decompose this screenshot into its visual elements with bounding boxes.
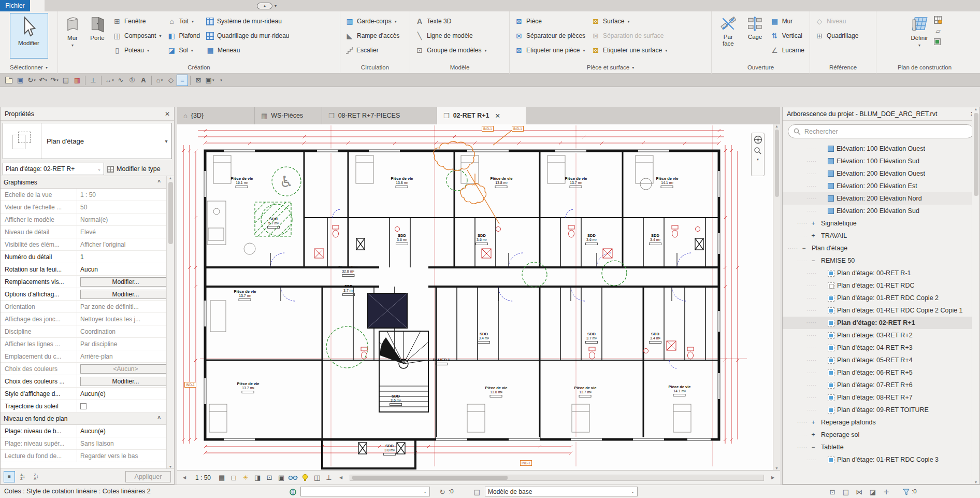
tree-item[interactable]: Plan d'étage: 01-RET RDC [783, 279, 972, 292]
tree-item[interactable]: + Signaletique [783, 217, 972, 230]
roof-button[interactable]: ⌂ Toit ▾ [165, 14, 202, 29]
ribbon-tab[interactable] [30, 0, 45, 11]
ribbon-collapse-control[interactable]: ▴ ▾ [257, 0, 277, 11]
scale-button[interactable]: 1 : 50 [191, 473, 215, 483]
search-input[interactable] [804, 128, 969, 135]
property-row[interactable]: Valeur de l'échelle ...50 [1, 201, 174, 214]
tree-item[interactable]: + Reperage sol [783, 429, 972, 441]
tree-item[interactable]: − REMISE 50 [783, 254, 972, 267]
scroll-up-icon[interactable]: ▲ [775, 124, 779, 128]
reveal-constraints-icon[interactable]: ⊥ [324, 473, 334, 483]
view-tab-ws-pieces[interactable]: ▦ WS-Pièces [255, 107, 322, 124]
property-row[interactable]: Remplacements vis...Modifier... [1, 276, 174, 288]
tree-item[interactable]: Elévation: 200 Elévation Sud [783, 205, 972, 217]
property-row[interactable]: Numéro du détail1 [1, 251, 174, 263]
browser-search[interactable] [788, 124, 974, 138]
switch-windows-icon[interactable]: ▣▾ [204, 75, 215, 86]
vertical-opening-button[interactable]: ⇅ Vertical [769, 29, 806, 43]
property-row[interactable]: DisciplineCoordination [1, 325, 174, 338]
property-row[interactable]: Rotation sur la feui...Aucun [1, 263, 174, 276]
component-button[interactable]: ◫ Composant ▾ [111, 29, 163, 43]
tree-item[interactable]: Plan d'étage: 04-RET R+3 [783, 342, 972, 354]
customize-qat-icon[interactable]: ▾ [215, 75, 227, 86]
ribbon-tab[interactable] [88, 0, 103, 11]
view-tab-02-ret-active[interactable]: ❒ 02-RET R+1 ✕ [437, 107, 526, 124]
tree-item[interactable]: + Reperage plafonds [783, 416, 972, 429]
active-workset-dropdown[interactable]: ⌄ [300, 487, 430, 496]
room-button[interactable]: ⊠ Pièce [513, 14, 587, 29]
property-row[interactable]: Visibilité des élém...Afficher l'origina… [1, 238, 174, 251]
ribbon-tab[interactable] [45, 0, 59, 11]
tree-expander-icon[interactable]: − [801, 245, 806, 252]
model-text-button[interactable]: A Texte 3D [413, 14, 488, 29]
property-row[interactable]: Plage: niveau supér...Sans liaison [1, 437, 174, 450]
tree-item[interactable]: Elévation: 200 Elévation Ouest [783, 167, 972, 180]
navigation-bar[interactable]: ▾ [751, 133, 765, 176]
wall-button[interactable]: Mur ▾ [61, 13, 84, 49]
tree-item[interactable]: Plan d'étage: 07-RET R+6 [783, 379, 972, 391]
steering-wheel-icon[interactable] [754, 135, 762, 144]
print-icon[interactable]: ▤ [60, 75, 71, 86]
ribbon-tab[interactable] [190, 0, 204, 11]
edit-display-options-button[interactable]: Modifier... [80, 290, 171, 299]
property-row[interactable]: Afficher le modèleNormal(e) [1, 214, 174, 226]
tree-item[interactable]: Plan d'étage: 06-RET R+5 [783, 366, 972, 379]
mullion-button[interactable]: ▦ Meneau [204, 43, 291, 58]
show-work-plane-icon[interactable] [934, 16, 942, 24]
tree-item[interactable]: Plan d'étage: 08-RET R+7 [783, 391, 972, 404]
design-option-dropdown[interactable]: Modèle de base⌄ [485, 487, 638, 496]
room-separator-button[interactable]: ⊠ Séparateur de pièces [513, 29, 587, 43]
shadows-icon[interactable]: ◨ [252, 473, 263, 483]
sun-path-icon[interactable]: ☀ [240, 473, 251, 483]
pan-right-icon[interactable]: ▶ [768, 473, 778, 483]
door-button[interactable]: Porte [86, 13, 109, 43]
curtain-grid-button[interactable]: Quadrillage du mur-rideau [204, 29, 291, 43]
ribbon-tab[interactable] [59, 0, 74, 11]
section-graphismes[interactable]: Graphismes^ [1, 176, 174, 189]
tree-item[interactable]: Plan d'étage: 01-RET RDC Copie 3 [783, 453, 972, 466]
panel-label-selectionner[interactable]: Sélectionner▾ [0, 62, 57, 73]
tree-item[interactable]: Plan d'étage: 01-RET RDC Copie 2 [783, 292, 972, 304]
selection-filter-icon[interactable] [901, 487, 911, 496]
spline-icon[interactable]: ∿ [115, 75, 126, 86]
property-row[interactable]: OrientationPar zone de définiti... [1, 301, 174, 313]
tree-item[interactable]: + TRAVAIL [783, 230, 972, 242]
caret-down-icon[interactable]: ▾ [191, 48, 193, 53]
shaft-opening-button[interactable]: Cage [744, 13, 767, 42]
tree-item[interactable]: − Tablette [783, 441, 972, 453]
text-icon[interactable]: A [138, 75, 149, 86]
canvas-horizontal-scrollbar[interactable] [350, 475, 764, 481]
column-button[interactable]: ▯ Poteau ▾ [111, 43, 163, 58]
tree-item[interactable]: Plan d'étage: 01-RET RDC Copie 2 Copie 1 [783, 304, 972, 317]
close-icon[interactable]: ✕ [165, 110, 170, 118]
sort-default-icon[interactable]: ≡ [4, 471, 15, 482]
caret-down-icon[interactable]: ▾ [395, 19, 397, 24]
view-type-combobox[interactable]: Plan d'étage: 02-RET R+ ⌄ [3, 163, 104, 175]
tree-item[interactable]: Plan d'étage: 09-RET TOITURE [783, 404, 972, 416]
caret-down-icon[interactable]: ▾ [665, 48, 667, 53]
thin-lines-icon[interactable]: ≡ [177, 75, 188, 86]
tree-item[interactable]: Elévation: 200 Elévation Est [783, 180, 972, 192]
ribbon-tab[interactable] [132, 0, 146, 11]
tree-item[interactable]: Plan d'étage: 02-RET R+1 [783, 317, 972, 329]
type-selector[interactable]: Plan d'étage ▾ [3, 123, 172, 159]
tree-expander-icon[interactable]: + [811, 419, 816, 426]
collapse-ribbon-icon[interactable]: ▴ [257, 3, 272, 9]
tree-expander-icon[interactable]: + [811, 232, 816, 239]
property-row[interactable]: Options d'affichag...Modifier... [1, 288, 174, 301]
section-icon[interactable]: ◇ [165, 75, 177, 86]
scrollbar-thumb[interactable] [775, 130, 779, 197]
ribbon-tab[interactable] [103, 0, 117, 11]
ribbon-tab[interactable] [204, 0, 219, 11]
caret-down-icon[interactable]: ▾ [147, 48, 149, 53]
scroll-down-icon[interactable]: ▼ [775, 466, 779, 470]
detail-level-icon[interactable]: ▤ [217, 473, 227, 483]
zoom-icon[interactable] [754, 147, 762, 155]
chevron-down-icon[interactable]: ▾ [275, 4, 277, 8]
caret-down-icon[interactable]: ▾ [192, 19, 194, 24]
tree-item[interactable]: Plan d'étage: 03-RET R+2 [783, 329, 972, 342]
save-icon[interactable]: ▣ [15, 75, 26, 86]
property-row[interactable]: Choix des couleurs<Aucun> [1, 363, 174, 375]
sort-za-icon[interactable]: ZA↓ [31, 471, 42, 482]
chevron-down-icon[interactable]: ▾ [161, 123, 171, 159]
